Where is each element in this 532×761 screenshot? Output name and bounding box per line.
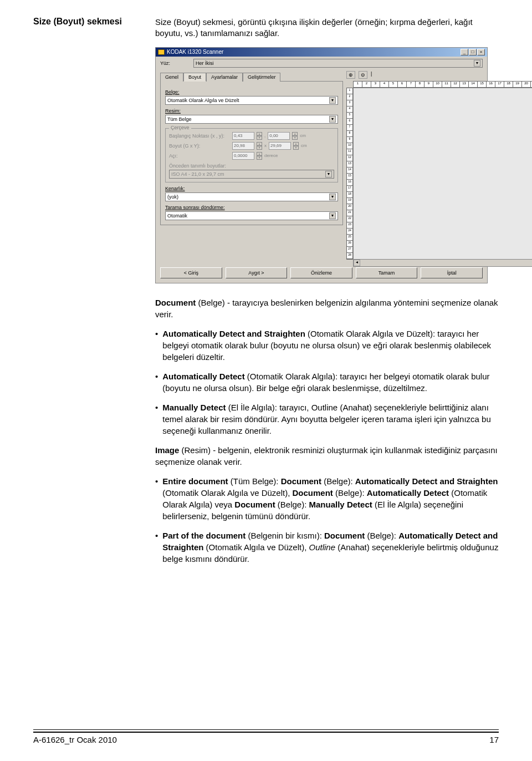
document-combo-value: Otomatik Olarak Algıla ve Düzelt xyxy=(167,98,239,103)
section-heading: Size (Boyut) sekmesi xyxy=(33,17,139,27)
border-label: Kenarlık: xyxy=(165,186,338,191)
ok-button[interactable]: Tamam xyxy=(356,267,418,278)
scrollbar-horizontal[interactable]: ◄ ► xyxy=(353,259,532,267)
bullet-bold: Document xyxy=(324,531,365,540)
ruler-tick: 18 xyxy=(504,82,513,87)
spinner-up-icon[interactable]: ▲ xyxy=(257,132,262,136)
dialog-title: KODAK i1320 Scanner xyxy=(167,49,223,55)
ruler-tick: 9 xyxy=(424,82,433,87)
rotate-combo[interactable]: Otomatik ▼ xyxy=(165,211,338,220)
document-text: (Belge) - tarayıcıya beslenirken belgeni… xyxy=(155,298,498,319)
spinner-down-icon[interactable]: ▼ xyxy=(292,136,298,140)
device-button[interactable]: Aygıt > xyxy=(226,267,288,278)
bullet-auto-detect-straighten: • Automatically Detect and Straighten (O… xyxy=(155,328,499,363)
angle-unit: derece xyxy=(264,153,278,158)
scanner-dialog: KODAK i1320 Scanner _ □ × Yüz: Her İkisi… xyxy=(155,47,488,283)
ruler-tick: 6 xyxy=(347,119,352,125)
bullet-bold: Manually Detect xyxy=(162,403,226,412)
tab-strip: Genel Boyut Ayarlamalar Geliştirmeler xyxy=(160,72,343,81)
preview-canvas[interactable] xyxy=(353,88,532,260)
ruler-tick: 12 xyxy=(451,82,460,87)
tab-adjustments[interactable]: Ayarlamalar xyxy=(206,73,243,82)
bullet-bold: Automatically Detect xyxy=(367,488,449,498)
ruler-tick: 1 xyxy=(347,88,352,94)
bullet-bold: Part of the document xyxy=(162,531,245,540)
bullet-bold: Automatically Detect and Straighten xyxy=(355,476,498,486)
window-maximize-button[interactable]: □ xyxy=(469,49,477,55)
ruler-tick: 8 xyxy=(416,82,424,87)
size-unit: cm xyxy=(301,143,307,148)
spinner-down-icon[interactable]: ▼ xyxy=(257,136,262,140)
bullet-text: (Belge): xyxy=(275,500,309,509)
ruler-tick: 18 xyxy=(347,192,352,198)
spinner-down-icon[interactable]: ▼ xyxy=(257,146,262,150)
border-combo[interactable]: (yok) ▼ xyxy=(165,192,338,201)
document-combo[interactable]: Otomatik Olarak Algıla ve Düzelt ▼ xyxy=(165,96,338,105)
bullet-italic: Outline xyxy=(309,542,336,552)
ruler-tick: 1 xyxy=(354,82,362,87)
size-w-input[interactable]: 20,98 xyxy=(232,142,254,150)
bullet-dot: • xyxy=(155,475,158,522)
toolbar-separator: | xyxy=(371,71,372,79)
preview-button[interactable]: Önizleme xyxy=(290,267,352,278)
preset-combo-value: ISO A4 - 21,0 x 29,7 cm xyxy=(171,171,224,177)
bullet-text: (Belgenin bir kısmı): xyxy=(245,531,324,540)
chevron-down-icon: ▼ xyxy=(329,116,336,123)
ruler-tick: 28 xyxy=(347,253,352,259)
spinner-up-icon[interactable]: ▲ xyxy=(293,142,299,146)
ruler-tick: 27 xyxy=(347,247,352,253)
ruler-tick: 17 xyxy=(347,186,352,192)
spinner-up-icon[interactable]: ▲ xyxy=(257,152,262,156)
spinner-up-icon[interactable]: ▲ xyxy=(257,142,262,146)
zoom-out-icon[interactable]: ⊖ xyxy=(359,71,367,79)
cancel-button[interactable]: İptal xyxy=(421,267,483,278)
ruler-tick: 11 xyxy=(442,82,451,87)
scroll-left-icon[interactable]: ◄ xyxy=(354,260,360,266)
preset-combo[interactable]: ISO A4 - 21,0 x 29,7 cm ▼ xyxy=(169,170,334,179)
angle-input[interactable]: 0,0000 xyxy=(232,152,254,160)
spinner-up-icon[interactable]: ▲ xyxy=(292,132,298,136)
window-minimize-button[interactable]: _ xyxy=(461,49,468,55)
tab-size[interactable]: Boyut xyxy=(183,73,206,82)
spinner-down-icon[interactable]: ▼ xyxy=(293,146,299,150)
chevron-down-icon: ▼ xyxy=(329,97,336,104)
tab-enhancements[interactable]: Geliştirmeler xyxy=(243,73,281,82)
size-h-input[interactable]: 29,69 xyxy=(269,142,291,150)
ruler-tick: 9 xyxy=(347,137,352,143)
origin-y-input[interactable]: 0,00 xyxy=(268,132,290,140)
ruler-tick: 24 xyxy=(347,229,352,235)
origin-x-input[interactable]: 0,43 xyxy=(232,132,254,140)
bullet-bold: Manually Detect xyxy=(309,500,372,509)
image-text: (Resim) - belgenin, elektronik resminizi… xyxy=(155,445,498,466)
back-button[interactable]: < Giriş xyxy=(160,267,222,278)
zoom-in-icon[interactable]: ⊕ xyxy=(346,71,355,79)
ruler-tick: 4 xyxy=(347,106,352,113)
ruler-tick: 20 xyxy=(522,82,531,87)
chevron-down-icon: ▼ xyxy=(329,194,336,200)
bullet-text: (Belge): xyxy=(333,488,367,498)
bullet-text: (Tüm Belge): xyxy=(228,476,281,486)
image-combo[interactable]: Tüm Belge ▼ xyxy=(165,115,338,124)
bullet-bold: Automatically Detect and Straighten xyxy=(162,329,305,338)
image-label: Resim: xyxy=(165,108,338,114)
window-close-button[interactable]: × xyxy=(477,49,485,55)
ruler-tick: 2 xyxy=(362,82,371,87)
ruler-tick: 12 xyxy=(347,155,352,161)
bullet-bold: Automatically Detect xyxy=(162,372,244,381)
border-combo-value: (yok) xyxy=(167,194,178,200)
ruler-tick: 13 xyxy=(460,82,469,87)
side-label: Yüz: xyxy=(160,60,193,66)
ruler-vertical: 1234567891011121314151617181920212223242… xyxy=(346,88,353,260)
side-combo[interactable]: Her İkisi ▼ xyxy=(193,59,483,68)
side-combo-value: Her İkisi xyxy=(196,60,214,66)
dialog-titlebar: KODAK i1320 Scanner _ □ × xyxy=(156,48,487,57)
chevron-down-icon: ▼ xyxy=(329,212,336,219)
ruler-tick: 21 xyxy=(347,210,352,216)
spinner-down-icon[interactable]: ▼ xyxy=(257,156,262,160)
ruler-tick: 16 xyxy=(347,180,352,186)
rotate-combo-value: Otomatik xyxy=(167,213,187,219)
ruler-tick: 5 xyxy=(389,82,398,87)
image-bold: Image xyxy=(155,445,179,455)
tab-general[interactable]: Genel xyxy=(160,73,183,82)
origin-unit: cm xyxy=(300,133,306,138)
